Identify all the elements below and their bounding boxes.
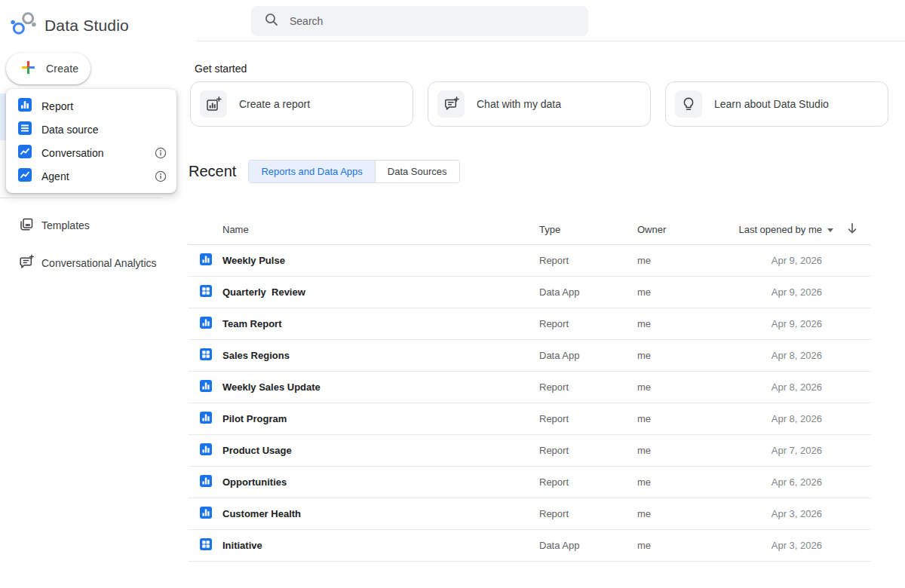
row-last-opened: Apr 3, 2026 xyxy=(762,540,833,551)
conversation-icon xyxy=(18,145,32,161)
conversational-analytics-icon xyxy=(18,254,34,273)
caret-down-icon xyxy=(827,228,833,232)
table-row[interactable]: Opportunities Report me Apr 6, 2026 xyxy=(189,467,871,498)
create-report-card[interactable]: Create a report xyxy=(190,81,413,127)
sort-direction-button[interactable] xyxy=(833,221,871,238)
data-app-icon xyxy=(200,538,212,553)
lightbulb-icon xyxy=(675,90,702,118)
row-name: Team Report xyxy=(222,318,282,329)
menu-item-conversation[interactable]: Conversation xyxy=(6,141,176,164)
table-row[interactable]: Quarterly Review Data App me Apr 9, 2026 xyxy=(189,277,871,308)
learn-about-card[interactable]: Learn about Data Studio xyxy=(665,81,888,127)
info-icon[interactable] xyxy=(155,147,167,159)
row-last-opened: Apr 9, 2026 xyxy=(762,318,833,329)
row-name-cell: Weekly Sales Update xyxy=(189,380,539,395)
row-last-opened: Apr 6, 2026 xyxy=(762,476,833,488)
tab-data-sources[interactable]: Data Sources xyxy=(375,161,459,182)
column-header-last-opened[interactable]: Last opened by me xyxy=(762,224,833,235)
top-header xyxy=(196,0,905,41)
menu-item-data-source[interactable]: Data source xyxy=(6,118,176,141)
recent-heading: Recent xyxy=(189,163,236,180)
row-owner: me xyxy=(637,413,762,424)
row-type: Report xyxy=(539,413,637,424)
create-button[interactable]: Create xyxy=(6,53,90,84)
google-plus-icon xyxy=(20,60,36,78)
templates-icon xyxy=(18,216,34,235)
row-owner: me xyxy=(637,255,762,266)
row-name-cell: Opportunities xyxy=(189,475,539,490)
row-owner: me xyxy=(637,476,762,488)
sidebar-item-conversational-analytics[interactable]: Conversational Analytics xyxy=(0,248,177,278)
card-label: Learn about Data Studio xyxy=(714,98,829,110)
get-started-cards: Create a report Chat with my data Lear xyxy=(190,81,888,127)
row-name-cell: Initiative xyxy=(189,538,539,553)
row-name: Weekly Pulse xyxy=(222,255,285,266)
menu-item-agent[interactable]: Agent xyxy=(6,164,176,188)
table-row[interactable]: Customer Health Report me Apr 3, 2026 xyxy=(189,498,871,530)
data-studio-logo-icon xyxy=(9,10,37,41)
card-label: Create a report xyxy=(239,98,310,110)
search-bar[interactable] xyxy=(251,6,588,36)
sidebar-divider xyxy=(0,198,162,198)
row-name: Opportunities xyxy=(222,476,287,488)
home-item-highlight xyxy=(0,93,6,140)
sidebar-item-label: Templates xyxy=(41,219,90,231)
row-type: Report xyxy=(539,255,637,266)
row-last-opened: Apr 8, 2026 xyxy=(762,350,833,361)
row-owner: me xyxy=(637,286,762,298)
chat-with-data-card[interactable]: Chat with my data xyxy=(428,81,651,127)
search-input[interactable] xyxy=(290,6,588,36)
table-row[interactable]: Initiative Data App me Apr 3, 2026 xyxy=(189,530,871,562)
row-owner: me xyxy=(637,445,762,456)
row-name: Quarterly Review xyxy=(222,286,305,298)
sidebar-item-label: Conversational Analytics xyxy=(41,257,157,269)
row-name-cell: Customer Health xyxy=(189,507,539,522)
row-name-cell: Sales Regions xyxy=(189,348,539,363)
table-row[interactable]: Team Report Report me Apr 9, 2026 xyxy=(189,308,871,340)
chat-with-data-icon xyxy=(437,90,465,118)
recent-table: Name Type Owner Last opened by me xyxy=(189,215,871,562)
column-header-type: Type xyxy=(539,224,637,235)
data-app-icon xyxy=(200,285,212,300)
search-icon xyxy=(264,12,279,30)
row-owner: me xyxy=(637,318,762,329)
data-source-icon xyxy=(18,121,32,138)
recent-tabs: Reports and Data Apps Data Sources xyxy=(248,160,459,183)
report-icon xyxy=(200,253,212,268)
table-row[interactable]: Pilot Program Report me Apr 8, 2026 xyxy=(189,403,871,435)
menu-item-label: Report xyxy=(41,100,73,112)
row-type: Data App xyxy=(539,286,637,298)
info-icon[interactable] xyxy=(155,170,167,182)
tab-reports-and-data-apps[interactable]: Reports and Data Apps xyxy=(249,161,374,182)
card-label: Chat with my data xyxy=(477,98,561,110)
row-last-opened: Apr 7, 2026 xyxy=(762,445,833,456)
row-type: Report xyxy=(539,445,637,456)
table-row[interactable]: Sales Regions Data App me Apr 8, 2026 xyxy=(189,340,871,372)
create-report-icon xyxy=(200,90,227,118)
row-name: Product Usage xyxy=(222,445,292,456)
table-row[interactable]: Product Usage Report me Apr 7, 2026 xyxy=(189,435,871,467)
row-type: Data App xyxy=(539,350,637,361)
row-name: Customer Health xyxy=(222,508,301,519)
row-owner: me xyxy=(637,381,762,393)
row-owner: me xyxy=(637,540,762,551)
menu-item-report[interactable]: Report xyxy=(6,94,176,118)
row-last-opened: Apr 8, 2026 xyxy=(762,381,833,393)
table-row[interactable]: Weekly Pulse Report me Apr 9, 2026 xyxy=(189,245,871,277)
create-button-label: Create xyxy=(46,63,78,75)
data-app-icon xyxy=(200,348,212,363)
row-type: Report xyxy=(539,318,637,329)
report-icon xyxy=(200,380,212,395)
recent-table-header: Name Type Owner Last opened by me xyxy=(189,215,871,245)
report-icon xyxy=(200,475,212,490)
column-header-name: Name xyxy=(189,224,539,235)
sidebar-item-templates[interactable]: Templates xyxy=(0,210,177,240)
agent-icon xyxy=(18,168,32,185)
app-logo[interactable]: Data Studio xyxy=(9,10,129,41)
arrow-down-icon xyxy=(845,221,860,238)
menu-item-label: Conversation xyxy=(41,147,104,159)
table-row[interactable]: Weekly Sales Update Report me Apr 8, 202… xyxy=(189,372,871,403)
row-last-opened: Apr 3, 2026 xyxy=(762,508,833,519)
row-type: Report xyxy=(539,381,637,393)
menu-item-label: Data source xyxy=(41,124,98,136)
